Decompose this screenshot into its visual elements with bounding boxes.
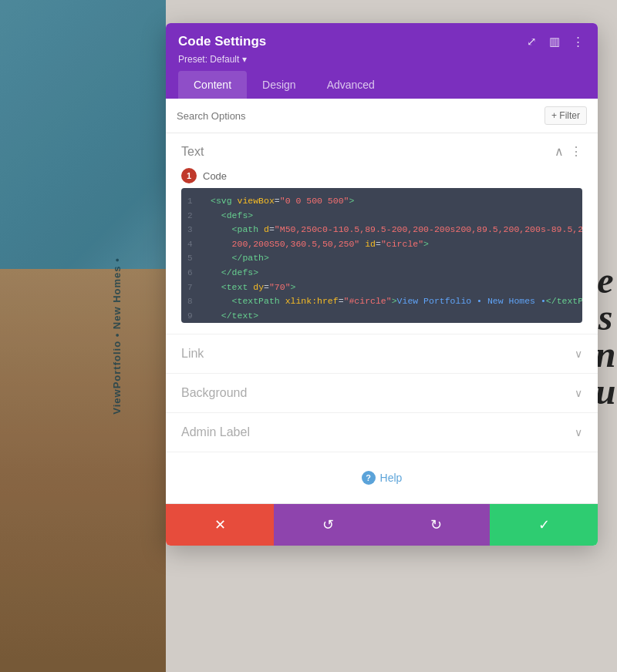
redo-button[interactable]: ↻	[382, 504, 490, 546]
cancel-button[interactable]: ✕	[166, 504, 274, 546]
header-icon-group: ⤢ ▥ ⋮	[524, 34, 585, 49]
tab-content[interactable]: Content	[178, 71, 247, 99]
modal-header: Code Settings ⤢ ▥ ⋮ Preset: Default ▾ Co…	[166, 23, 598, 99]
save-button[interactable]: ✓	[490, 504, 598, 546]
tab-design[interactable]: Design	[247, 71, 312, 99]
link-section-title: Link	[181, 347, 204, 361]
code-settings-modal: Code Settings ⤢ ▥ ⋮ Preset: Default ▾ Co…	[166, 23, 598, 546]
modal-footer: ✕ ↺ ↻ ✓	[166, 503, 598, 546]
more-options-icon[interactable]: ⋮	[570, 34, 585, 49]
background-section-title: Background	[181, 386, 247, 400]
code-line-2: 2 <defs>	[181, 209, 582, 223]
code-line-5: 5 </path>	[181, 251, 582, 266]
text-section: Text ∧ ⋮ 1 Code 1 <svg viewBox="0 0 500 …	[166, 133, 598, 334]
code-line-6: 6 </defs>	[181, 266, 582, 281]
background-chevron-icon: ∨	[575, 387, 582, 399]
preset-label[interactable]: Preset: Default ▾	[178, 54, 585, 65]
code-label: Code	[203, 170, 227, 182]
code-line-9: 9 </text>	[181, 309, 582, 323]
search-bar: + Filter	[166, 99, 598, 133]
code-line-7: 7 <text dy="70">	[181, 281, 582, 295]
help-label[interactable]: Help	[380, 472, 403, 484]
modal-title: Code Settings	[178, 34, 266, 49]
filter-button[interactable]: + Filter	[545, 106, 587, 125]
admin-chevron-icon: ∨	[575, 426, 582, 438]
resize-icon[interactable]: ⤢	[524, 34, 539, 49]
tab-bar: Content Design Advanced	[178, 71, 585, 99]
link-section[interactable]: Link ∨	[166, 334, 598, 374]
tab-advanced[interactable]: Advanced	[312, 71, 390, 99]
badge-number: 1	[181, 168, 197, 183]
columns-icon[interactable]: ▥	[547, 34, 562, 49]
help-section: ? Help	[166, 452, 598, 503]
text-section-title: Text	[181, 145, 204, 159]
code-line-8: 8 <textPath xlink:href="#circle">View Po…	[181, 294, 582, 309]
code-line-1: 1 <svg viewBox="0 0 500 500">	[181, 194, 582, 209]
link-chevron-icon: ∨	[575, 348, 582, 360]
undo-button[interactable]: ↺	[274, 504, 382, 546]
collapse-icon[interactable]: ∧	[555, 144, 564, 159]
search-input[interactable]	[177, 110, 538, 122]
section-menu-icon[interactable]: ⋮	[570, 144, 582, 159]
code-line-4: 4 200,200S50,360.5,50,250" id="circle">	[181, 237, 582, 252]
code-line-3: 3 <path d="M50,250c0-110.5,89.5-200,200-…	[181, 223, 582, 237]
admin-label-section[interactable]: Admin Label ∨	[166, 413, 598, 452]
admin-label-title: Admin Label	[181, 425, 250, 439]
help-icon[interactable]: ?	[362, 471, 376, 485]
modal-body: + Filter Text ∧ ⋮ 1 Code 1 <svg viewBox=…	[166, 99, 598, 503]
code-label-row: 1 Code	[181, 168, 582, 183]
background-section[interactable]: Background ∨	[166, 374, 598, 413]
code-editor[interactable]: 1 <svg viewBox="0 0 500 500"> 2 <defs> 3…	[181, 188, 582, 323]
